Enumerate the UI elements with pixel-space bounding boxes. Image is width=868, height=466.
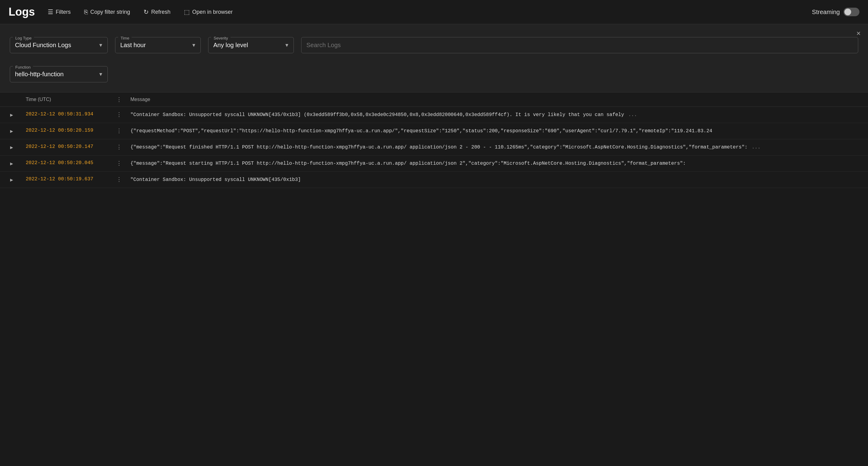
log-timestamp: 2022-12-12 00:50:31.934 [26, 112, 93, 117]
expand-button[interactable]: ► [8, 128, 15, 135]
refresh-label: Refresh [151, 9, 170, 15]
time-col: 2022-12-12 00:50:20.045 [26, 160, 112, 166]
message-col: "Container Sandbox: Unsupported syscall … [130, 176, 860, 183]
row-menu[interactable]: ⋮ [116, 160, 125, 167]
message-col: {"requestMethod":"POST","requestUrl":"ht… [130, 127, 860, 135]
log-type-select[interactable]: Cloud Function Logs ▼ [10, 37, 108, 53]
function-select[interactable]: hello-http-function ▼ [10, 66, 108, 82]
log-message: {"message":"Request finished HTTP/1.1 PO… [130, 145, 761, 150]
open-browser-icon: ⬚ [184, 8, 190, 16]
expand-col: ► [8, 111, 21, 118]
table-header: Time (UTC) ⋮ Message [0, 92, 868, 107]
time-filter: Time Last hour ▼ [115, 33, 201, 53]
expand-col: ► [8, 127, 21, 135]
toggle-slider [843, 8, 860, 16]
time-col: 2022-12-12 00:50:20.147 [26, 144, 112, 149]
filters-button[interactable]: ☰ Filters [45, 6, 74, 18]
log-timestamp: 2022-12-12 00:50:20.159 [26, 128, 93, 133]
filters-row-2: Function hello-http-function ▼ [10, 62, 858, 82]
log-timestamp: 2022-12-12 00:50:20.045 [26, 160, 93, 166]
log-timestamp: 2022-12-12 00:50:20.147 [26, 144, 93, 149]
open-browser-button[interactable]: ⬚ Open in browser [181, 6, 236, 18]
message-col-label: Message [130, 97, 150, 102]
log-type-value: Cloud Function Logs [15, 41, 71, 49]
row-menu[interactable]: ⋮ [116, 127, 125, 134]
search-input[interactable] [306, 41, 853, 49]
streaming-label: Streaming [812, 8, 840, 16]
table-row[interactable]: ► 2022-12-12 00:50:20.147 ⋮ {"message":"… [0, 139, 868, 155]
filters-row-1: Log Type Cloud Function Logs ▼ Time Last… [10, 33, 858, 53]
copy-filter-button[interactable]: ⎘ Copy filter string [81, 7, 133, 18]
time-select[interactable]: Last hour ▼ [115, 37, 201, 53]
log-message: {"message":"Request starting HTTP/1.1 PO… [130, 161, 686, 166]
table-row[interactable]: ► 2022-12-12 00:50:31.934 ⋮ "Container S… [0, 107, 868, 123]
message-col: {"message":"Request starting HTTP/1.1 PO… [130, 160, 860, 167]
expand-button[interactable]: ► [8, 112, 15, 118]
table-row[interactable]: ► 2022-12-12 00:50:19.637 ⋮ "Container S… [0, 172, 868, 188]
function-filter: Function hello-http-function ▼ [10, 62, 108, 82]
severity-value: Any log level [213, 41, 248, 49]
log-message: "Container Sandbox: Unsupported syscall … [130, 177, 301, 182]
refresh-button[interactable]: ↻ Refresh [141, 6, 174, 18]
table-row[interactable]: ► 2022-12-12 00:50:20.159 ⋮ {"requestMet… [0, 123, 868, 139]
copy-icon: ⎘ [84, 8, 88, 16]
copy-filter-label: Copy filter string [90, 9, 130, 15]
streaming-toggle[interactable] [843, 8, 860, 16]
log-timestamp: 2022-12-12 00:50:19.637 [26, 176, 93, 182]
time-chevron-icon: ▼ [191, 42, 196, 48]
expand-col: ► [8, 160, 21, 167]
open-browser-label: Open in browser [192, 9, 232, 15]
time-col: 2022-12-12 00:50:20.159 [26, 127, 112, 133]
filters-label: Filters [56, 9, 71, 15]
severity-chevron-icon: ▼ [284, 42, 289, 48]
filters-icon: ☰ [48, 8, 53, 16]
expand-col: ► [8, 144, 21, 151]
message-col: "Container Sandbox: Unsupported syscall … [130, 111, 860, 118]
expand-button[interactable]: ► [8, 161, 15, 167]
log-type-chevron-icon: ▼ [98, 42, 103, 48]
time-value: Last hour [120, 41, 146, 49]
row-menu[interactable]: ⋮ [116, 111, 125, 118]
search-wrapper [301, 37, 858, 53]
app-header: Logs ☰ Filters ⎘ Copy filter string ↻ Re… [0, 0, 868, 24]
expand-col: ► [8, 176, 21, 183]
log-message: "Container Sandbox: Unsupported syscall … [130, 112, 637, 118]
time-col-header: Time (UTC) [26, 97, 112, 102]
table-row[interactable]: ► 2022-12-12 00:50:20.045 ⋮ {"message":"… [0, 155, 868, 172]
log-message: {"requestMethod":"POST","requestUrl":"ht… [130, 128, 712, 134]
row-menu[interactable]: ⋮ [116, 176, 125, 183]
function-chevron-icon: ▼ [98, 71, 103, 77]
severity-filter: Severity Any log level ▼ [208, 33, 294, 53]
log-type-filter: Log Type Cloud Function Logs ▼ [10, 33, 108, 53]
refresh-icon: ↻ [144, 8, 149, 16]
time-col-label: Time (UTC) [26, 97, 51, 102]
row-menu[interactable]: ⋮ [116, 144, 125, 150]
message-col: {"message":"Request finished HTTP/1.1 PO… [130, 144, 860, 151]
menu-col-header: ⋮ [116, 96, 125, 103]
filters-panel: × Log Type Cloud Function Logs ▼ Time La… [0, 24, 868, 92]
streaming-section: Streaming [812, 8, 860, 16]
time-col: 2022-12-12 00:50:31.934 [26, 111, 112, 117]
function-value: hello-http-function [15, 71, 64, 78]
message-col-header: Message [130, 97, 860, 102]
time-col: 2022-12-12 00:50:19.637 [26, 176, 112, 182]
log-table: Time (UTC) ⋮ Message ► 2022-12-12 00:50:… [0, 92, 868, 188]
close-filters-button[interactable]: × [856, 30, 861, 37]
severity-select[interactable]: Any log level ▼ [208, 37, 294, 53]
page-title: Logs [8, 5, 35, 18]
expand-button[interactable]: ► [8, 177, 15, 183]
expand-button[interactable]: ► [8, 144, 15, 151]
